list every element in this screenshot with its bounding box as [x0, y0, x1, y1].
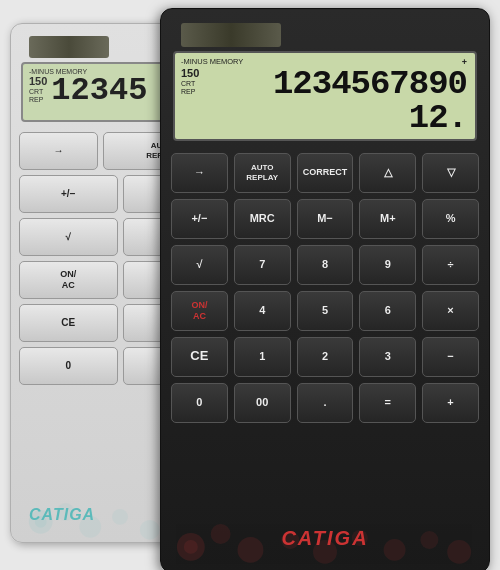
white-key-plus-minus[interactable]: +/− [19, 175, 118, 213]
black-key-correct[interactable]: CORRECT [297, 153, 354, 193]
black-calculator: -MINUS MEMORY + 150 CRT REP 1234567890 1… [160, 8, 490, 571]
black-key-triangle-up[interactable]: △ [359, 153, 416, 193]
black-key-multiply[interactable]: × [422, 291, 479, 331]
black-key-decimal[interactable]: . [297, 383, 354, 423]
white-key-on-ac[interactable]: ON/AC [19, 261, 118, 299]
svg-point-10 [238, 536, 264, 562]
black-key-equals[interactable]: = [359, 383, 416, 423]
black-key-on-ac[interactable]: ON/AC [171, 291, 228, 331]
white-display-sub: 150 CRT REP [29, 75, 47, 107]
black-key-0[interactable]: 0 [171, 383, 228, 423]
black-keys-area: → AUTOREPLAY CORRECT △ ▽ +/− MRC M− M+ %… [161, 149, 489, 433]
black-150: 150 [181, 67, 199, 80]
black-solar-panel [181, 23, 281, 47]
svg-point-8 [184, 539, 198, 553]
black-key-plus-minus[interactable]: +/− [171, 199, 228, 239]
black-key-ce[interactable]: CE [171, 337, 228, 377]
black-key-m-minus[interactable]: M− [297, 199, 354, 239]
black-key-row-3: √ 7 8 9 ÷ [171, 245, 479, 285]
black-key-9[interactable]: 9 [359, 245, 416, 285]
black-key-row-2: +/− MRC M− M+ % [171, 199, 479, 239]
black-display-sub: 150 CRT REP [181, 67, 199, 135]
black-key-mrc[interactable]: MRC [234, 199, 291, 239]
svg-point-5 [140, 519, 160, 539]
svg-point-15 [420, 531, 438, 549]
black-key-1[interactable]: 1 [234, 337, 291, 377]
black-key-4[interactable]: 4 [234, 291, 291, 331]
black-crt: CRT [181, 80, 199, 88]
white-brand: CATIGA [29, 506, 95, 524]
black-key-sqrt[interactable]: √ [171, 245, 228, 285]
black-display-row: 150 CRT REP 1234567890 12. [181, 67, 467, 135]
black-key-3[interactable]: 3 [359, 337, 416, 377]
white-main-number: 12345 [51, 75, 147, 107]
black-key-percent[interactable]: % [422, 199, 479, 239]
white-rep: REP [29, 96, 47, 104]
black-key-00[interactable]: 00 [234, 383, 291, 423]
svg-point-9 [211, 524, 231, 544]
svg-point-16 [447, 539, 471, 563]
black-key-subtract[interactable]: − [422, 337, 479, 377]
black-key-5[interactable]: 5 [297, 291, 354, 331]
black-display: -MINUS MEMORY + 150 CRT REP 1234567890 1… [173, 51, 477, 141]
black-key-7[interactable]: 7 [234, 245, 291, 285]
black-key-row-1: → AUTOREPLAY CORRECT △ ▽ [171, 153, 479, 193]
black-main-number: 1234567890 12. [203, 67, 467, 135]
svg-point-14 [384, 538, 406, 560]
black-key-divide[interactable]: ÷ [422, 245, 479, 285]
black-key-row-6: 0 00 . = + [171, 383, 479, 423]
black-key-6[interactable]: 6 [359, 291, 416, 331]
white-key-arrow-right[interactable]: → [19, 132, 98, 170]
white-crt: CRT [29, 88, 47, 96]
black-key-row-4: ON/AC 4 5 6 × [171, 291, 479, 331]
black-key-row-5: CE 1 2 3 − [171, 337, 479, 377]
black-key-8[interactable]: 8 [297, 245, 354, 285]
black-key-add[interactable]: + [422, 383, 479, 423]
calculator-scene: -MINUS MEMORY 150 CRT REP 12345 → AUTORE… [10, 8, 490, 563]
black-key-2[interactable]: 2 [297, 337, 354, 377]
white-minus-memory-label: -MINUS MEMORY [29, 68, 87, 75]
white-key-sqrt[interactable]: √ [19, 218, 118, 256]
white-150: 150 [29, 75, 47, 88]
black-rep: REP [181, 88, 199, 96]
black-brand: CATIGA [281, 527, 368, 550]
black-key-m-plus[interactable]: M+ [359, 199, 416, 239]
black-key-auto-replay[interactable]: AUTOREPLAY [234, 153, 291, 193]
black-key-triangle-down[interactable]: ▽ [422, 153, 479, 193]
white-key-0[interactable]: 0 [19, 347, 118, 385]
black-minus-memory-label: -MINUS MEMORY [181, 57, 243, 66]
black-display-label: -MINUS MEMORY [181, 57, 243, 66]
svg-point-4 [112, 508, 128, 524]
black-key-arrow-right[interactable]: → [171, 153, 228, 193]
white-key-ce[interactable]: CE [19, 304, 118, 342]
white-solar-panel [29, 36, 109, 58]
